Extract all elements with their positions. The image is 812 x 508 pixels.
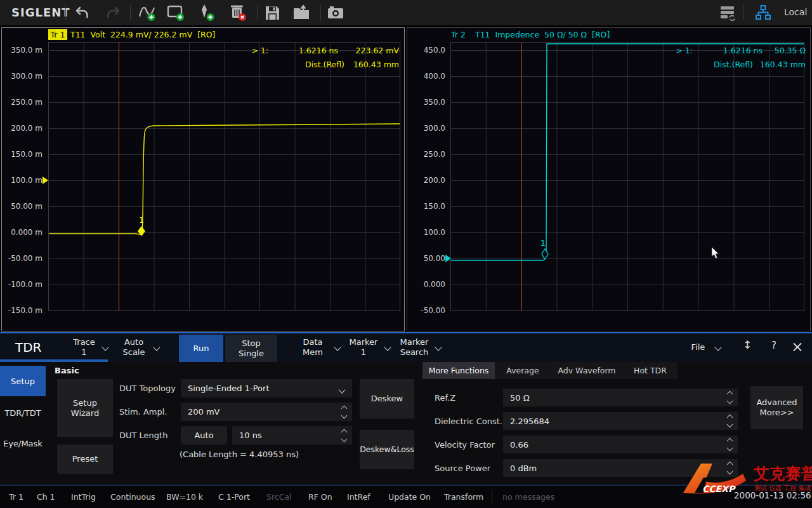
tab-average[interactable]: Average <box>495 362 551 379</box>
dielectric-const-stepper[interactable] <box>728 412 732 430</box>
toolbar-separator <box>743 5 744 20</box>
trace1-tab[interactable]: Tr 1 <box>48 29 67 40</box>
status-sweep: Continuous <box>110 492 155 502</box>
trace2-tab[interactable]: Tr 2 <box>451 30 466 39</box>
toolbar-separator <box>257 5 258 20</box>
status-transform: Transform <box>444 492 483 502</box>
datamem-l1: Data <box>293 337 332 347</box>
sidebar-item-setup[interactable]: Setup <box>0 366 46 396</box>
undo-button[interactable] <box>71 2 93 23</box>
dut-length-input[interactable]: 10 ns <box>232 426 352 444</box>
redo-button[interactable] <box>103 2 124 23</box>
lan-icon <box>754 4 772 22</box>
marker-dist-value: 160.43 mm <box>753 60 806 69</box>
tdr-volt-plot[interactable]: 1 <box>48 42 400 311</box>
advanced-more-button[interactable]: AdvancedMore>> <box>750 386 803 429</box>
axis-label: 400.0 <box>409 72 445 81</box>
stim-ampl-value: 200 mV <box>188 407 220 417</box>
stim-ampl-stepper[interactable] <box>342 403 346 421</box>
marker1-point-label: 1 <box>540 238 546 248</box>
preset-button[interactable]: Preset <box>57 444 113 474</box>
add-marker-icon <box>197 3 216 22</box>
chevron-up-icon <box>727 391 733 398</box>
chevron-down-icon <box>341 412 348 418</box>
status-ref: IntRef <box>347 492 370 502</box>
chevron-down-icon <box>341 436 348 442</box>
tab-adv-waveform[interactable]: Adv Waveform <box>551 362 623 379</box>
mouse-cursor <box>711 247 720 260</box>
ref-z-value: 50 Ω <box>510 393 530 403</box>
tdr-impedance-plot[interactable]: 1 <box>450 42 804 311</box>
menu-autoscale-l1: Auto <box>114 337 154 347</box>
dut-topology-label: DUT Topology <box>119 379 176 398</box>
source-power-stepper[interactable] <box>728 459 732 477</box>
run-button[interactable]: Run <box>179 335 223 362</box>
ref-z-stepper[interactable] <box>728 389 732 406</box>
sidebar-item-eye-mask[interactable]: Eye/Mask <box>0 431 46 456</box>
sidebar-item-tdr-tdt[interactable]: TDR/TDT <box>0 400 46 425</box>
save-button[interactable] <box>261 2 283 23</box>
axis-label: 50.00 m <box>6 202 43 211</box>
screenshot-icon <box>327 4 344 22</box>
lan-status-button[interactable] <box>752 2 774 23</box>
velocity-factor-input[interactable]: 0.66 <box>503 436 738 453</box>
close-menu-button[interactable] <box>792 342 802 352</box>
dut-length-stepper[interactable] <box>342 426 346 444</box>
setup-wizard-button[interactable]: SetupWizard <box>57 379 113 437</box>
chart-window-1[interactable]: Tr 1 T11 Volt 224.9 mV/ 226.2 mV [RO] 35… <box>1 27 405 331</box>
marker-dist-value: 160.43 mm <box>342 60 399 69</box>
chart-window-2[interactable]: Tr 2 T11 Impedence 50 Ω/ 50 Ω [RO] 450.0… <box>407 27 811 331</box>
chevron-down-icon <box>334 344 341 351</box>
toolbar: SIGLENT <box>0 0 812 25</box>
add-trace-button[interactable] <box>136 2 158 23</box>
app-title: TDR <box>15 340 42 355</box>
add-window-button[interactable] <box>165 2 187 23</box>
chevron-down-icon <box>727 445 733 451</box>
menu-file[interactable]: File <box>684 342 712 352</box>
chevron-up-icon <box>727 438 733 444</box>
menu-auto-scale[interactable]: Auto Scale <box>114 337 154 357</box>
menu-marker-1[interactable]: Marker 1 <box>344 337 383 357</box>
recall-icon <box>292 4 311 22</box>
tab-more-functions[interactable]: More Functions <box>422 362 495 379</box>
menu-data-mem[interactable]: Data Mem <box>293 337 332 357</box>
axis-label: -50.00 <box>409 306 445 315</box>
ref-z-input[interactable]: 50 Ω <box>503 389 738 406</box>
recall-button[interactable] <box>291 2 312 23</box>
save-icon <box>264 4 281 22</box>
advanced-l1: Advanced <box>756 398 797 408</box>
marker-y: 223.62 mV <box>342 46 399 55</box>
add-marker-button[interactable] <box>195 2 217 23</box>
marker-dist-label: Dist.(Refl) <box>699 60 753 69</box>
tab-hot-tdr[interactable]: Hot TDR <box>623 362 678 379</box>
axis-label: 0.000 <box>409 280 445 289</box>
dut-topology-select[interactable]: Single-Ended 1-Port <box>181 379 352 398</box>
reference-level-marker[interactable] <box>43 177 48 184</box>
toolbar-separator <box>130 5 131 20</box>
delete-button[interactable] <box>227 2 249 23</box>
system-info-icon <box>719 4 737 22</box>
siglent-logo: SIGLENT <box>11 6 70 19</box>
dut-length-auto-button[interactable]: Auto <box>181 426 227 444</box>
dielectric-const-input[interactable]: 2.295684 <box>503 412 738 430</box>
marker-id: > 1: <box>636 46 693 55</box>
deskew-button[interactable]: Deskew <box>360 379 414 418</box>
stim-ampl-input[interactable]: 200 mV <box>181 403 352 421</box>
chevron-down-icon <box>714 344 721 351</box>
menu-trace[interactable]: Trace 1 <box>63 337 105 357</box>
stop-l2: Single <box>239 349 264 359</box>
resize-panel-button[interactable]: ↕ <box>741 340 754 351</box>
deskew-loss-button[interactable]: Deskew&Loss <box>360 430 414 469</box>
source-power-input[interactable]: 0 dBm <box>503 459 738 477</box>
system-info-button[interactable] <box>717 2 738 23</box>
menu-marker-search[interactable]: Marker Search <box>395 337 434 357</box>
stop-single-button[interactable]: StopSingle <box>225 335 277 362</box>
velocity-factor-stepper[interactable] <box>728 436 732 453</box>
help-button[interactable]: ? <box>768 341 780 351</box>
axis-label: 350.0 m <box>6 46 43 55</box>
chevron-up-icon <box>341 405 348 411</box>
local-remote-indicator[interactable]: Local <box>784 7 807 17</box>
axis-label: 0.000 m <box>6 228 43 237</box>
tdr-control-panel: Setup TDR/TDT Eye/Mask Basic SetupWizard… <box>0 362 812 485</box>
screenshot-button[interactable] <box>325 2 346 23</box>
